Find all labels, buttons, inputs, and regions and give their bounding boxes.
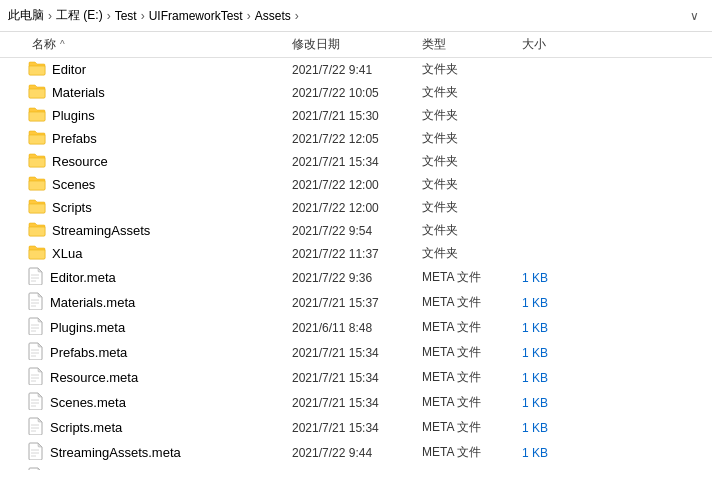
folder-name-cell: Scripts — [28, 198, 288, 217]
file-row[interactable]: Prefabs.meta 2021/7/21 15:34 META 文件 1 K… — [0, 340, 712, 365]
col-size-label: 大小 — [522, 36, 546, 53]
breadcrumb-assets[interactable]: Assets — [255, 9, 291, 23]
file-icon — [28, 267, 44, 288]
file-type: META 文件 — [418, 469, 518, 470]
file-name-cell: Prefabs.meta — [28, 342, 288, 363]
col-type-label: 类型 — [422, 36, 446, 53]
folder-name-label: Materials — [52, 85, 105, 100]
file-icon — [28, 467, 44, 470]
file-row[interactable]: Editor.meta 2021/7/22 9:36 META 文件 1 KB — [0, 265, 712, 290]
folder-type: 文件夹 — [418, 107, 518, 124]
breadcrumb-drive[interactable]: 工程 (E:) — [56, 7, 103, 24]
file-size: 1 KB — [518, 396, 598, 410]
breadcrumb-home[interactable]: 此电脑 — [8, 7, 44, 24]
folder-row[interactable]: Scenes 2021/7/22 12:00 文件夹 — [0, 173, 712, 196]
folder-name-cell: StreamingAssets — [28, 221, 288, 240]
folder-type: 文件夹 — [418, 222, 518, 239]
folder-name-cell: Prefabs — [28, 129, 288, 148]
file-type: META 文件 — [418, 294, 518, 311]
folder-row[interactable]: Resource 2021/7/21 15:34 文件夹 — [0, 150, 712, 173]
file-size: 1 KB — [518, 296, 598, 310]
folder-name-cell: Editor — [28, 60, 288, 79]
col-type[interactable]: 类型 — [418, 36, 518, 53]
breadcrumb-test[interactable]: Test — [115, 9, 137, 23]
folder-row[interactable]: Materials 2021/7/22 10:05 文件夹 — [0, 81, 712, 104]
folder-type: 文件夹 — [418, 130, 518, 147]
file-icon — [28, 392, 44, 413]
folder-icon — [28, 60, 46, 79]
file-icon — [28, 367, 44, 388]
folder-icon — [28, 198, 46, 217]
col-size[interactable]: 大小 — [518, 36, 598, 53]
file-size: 1 KB — [518, 346, 598, 360]
folder-date: 2021/7/22 9:41 — [288, 63, 418, 77]
file-icon — [28, 292, 44, 313]
file-name-cell: Scripts.meta — [28, 417, 288, 438]
file-name-label: StreamingAssets.meta — [50, 445, 181, 460]
breadcrumb-uiframework[interactable]: UIFrameworkTest — [149, 9, 243, 23]
file-name-cell: StreamingAssets.meta — [28, 442, 288, 463]
file-date: 2021/6/11 8:48 — [288, 321, 418, 335]
file-date: 2021/7/21 15:34 — [288, 396, 418, 410]
column-headers: 名称 ^ 修改日期 类型 大小 — [0, 32, 712, 58]
folder-date: 2021/7/22 12:00 — [288, 201, 418, 215]
folder-row[interactable]: XLua 2021/7/22 11:37 文件夹 — [0, 242, 712, 265]
folder-type: 文件夹 — [418, 199, 518, 216]
folder-name-label: Scenes — [52, 177, 95, 192]
folder-date: 2021/7/21 15:30 — [288, 109, 418, 123]
folder-row[interactable]: Prefabs 2021/7/22 12:05 文件夹 — [0, 127, 712, 150]
folder-name-label: Plugins — [52, 108, 95, 123]
folder-icon — [28, 83, 46, 102]
file-name-cell: Editor.meta — [28, 267, 288, 288]
sep-1: › — [107, 9, 111, 23]
file-name-cell: Resource.meta — [28, 367, 288, 388]
file-name-label: Plugins.meta — [50, 320, 125, 335]
folder-row[interactable]: Editor 2021/7/22 9:41 文件夹 — [0, 58, 712, 81]
file-icon — [28, 417, 44, 438]
folder-name-label: Prefabs — [52, 131, 97, 146]
file-date: 2021/7/21 15:34 — [288, 346, 418, 360]
folder-icon — [28, 244, 46, 263]
file-name-cell: XLua.meta — [28, 467, 288, 470]
folder-date: 2021/7/21 15:34 — [288, 155, 418, 169]
folder-date: 2021/7/22 10:05 — [288, 86, 418, 100]
file-date: 2021/7/22 9:36 — [288, 271, 418, 285]
folder-icon — [28, 221, 46, 240]
file-row[interactable]: StreamingAssets.meta 2021/7/22 9:44 META… — [0, 440, 712, 465]
file-type: META 文件 — [418, 369, 518, 386]
col-name[interactable]: 名称 ^ — [28, 36, 288, 53]
file-date: 2021/7/21 15:34 — [288, 371, 418, 385]
file-row[interactable]: Resource.meta 2021/7/21 15:34 META 文件 1 … — [0, 365, 712, 390]
file-row[interactable]: Materials.meta 2021/7/21 15:37 META 文件 1… — [0, 290, 712, 315]
file-row[interactable]: XLua.meta 2021/6/11 8:48 META 文件 1 KB — [0, 465, 712, 470]
col-date[interactable]: 修改日期 — [288, 36, 418, 53]
folder-row[interactable]: StreamingAssets 2021/7/22 9:54 文件夹 — [0, 219, 712, 242]
folder-row[interactable]: Scripts 2021/7/22 12:00 文件夹 — [0, 196, 712, 219]
col-date-label: 修改日期 — [292, 36, 340, 53]
file-name-label: Materials.meta — [50, 295, 135, 310]
file-list[interactable]: 名称 ^ 修改日期 类型 大小 Editor 2021/7/22 9:41 文件… — [0, 32, 712, 470]
file-row[interactable]: Scenes.meta 2021/7/21 15:34 META 文件 1 KB — [0, 390, 712, 415]
folder-row[interactable]: Plugins 2021/7/21 15:30 文件夹 — [0, 104, 712, 127]
folder-type: 文件夹 — [418, 61, 518, 78]
address-dropdown-button[interactable]: ∨ — [684, 6, 704, 26]
file-name-label: Editor.meta — [50, 270, 116, 285]
file-name-label: Scripts.meta — [50, 420, 122, 435]
file-row[interactable]: Plugins.meta 2021/6/11 8:48 META 文件 1 KB — [0, 315, 712, 340]
file-size: 1 KB — [518, 421, 598, 435]
file-type: META 文件 — [418, 269, 518, 286]
folder-name-cell: Materials — [28, 83, 288, 102]
folder-icon — [28, 129, 46, 148]
folder-icon — [28, 175, 46, 194]
file-name-label: Prefabs.meta — [50, 345, 127, 360]
file-type: META 文件 — [418, 444, 518, 461]
file-type: META 文件 — [418, 394, 518, 411]
file-type: META 文件 — [418, 419, 518, 436]
folder-type: 文件夹 — [418, 153, 518, 170]
folder-name-cell: Plugins — [28, 106, 288, 125]
folder-name-cell: Scenes — [28, 175, 288, 194]
folder-date: 2021/7/22 9:54 — [288, 224, 418, 238]
file-row[interactable]: Scripts.meta 2021/7/21 15:34 META 文件 1 K… — [0, 415, 712, 440]
sep-2: › — [141, 9, 145, 23]
col-name-label: 名称 — [32, 36, 56, 53]
